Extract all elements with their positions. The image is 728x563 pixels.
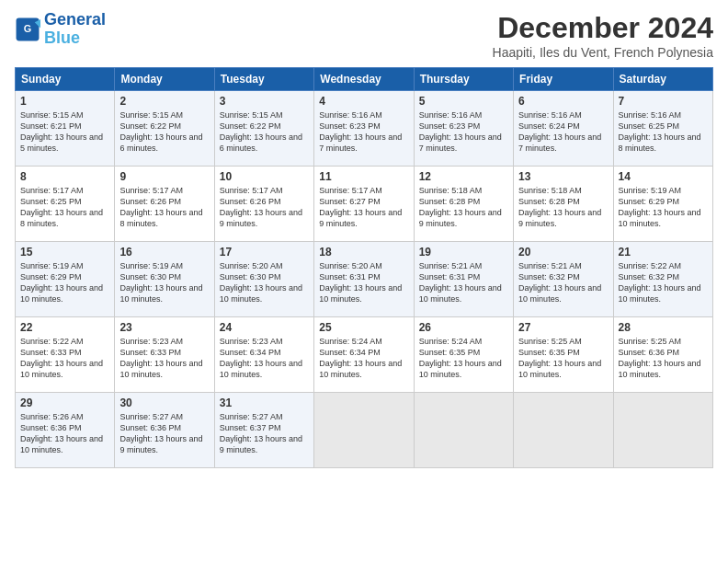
table-row: 18 Sunrise: 5:20 AMSunset: 6:31 PMDaylig…: [314, 242, 414, 317]
empty-cell: [613, 393, 712, 468]
calendar-week: 29 Sunrise: 5:26 AMSunset: 6:36 PMDaylig…: [16, 393, 713, 468]
header-thursday: Thursday: [414, 68, 513, 91]
table-row: 27 Sunrise: 5:25 AMSunset: 6:35 PMDaylig…: [514, 317, 613, 393]
header-sunday: Sunday: [16, 68, 115, 91]
table-row: 29 Sunrise: 5:26 AMSunset: 6:36 PMDaylig…: [16, 393, 115, 468]
logo-text: General Blue: [44, 11, 106, 48]
header-tuesday: Tuesday: [214, 68, 313, 91]
header-friday: Friday: [514, 68, 613, 91]
calendar-table: Sunday Monday Tuesday Wednesday Thursday…: [15, 67, 713, 468]
calendar-week: 15 Sunrise: 5:19 AMSunset: 6:29 PMDaylig…: [16, 242, 713, 317]
location: Haapiti, Iles du Vent, French Polynesia: [493, 45, 713, 60]
calendar-week: 1 Sunrise: 5:15 AMSunset: 6:21 PMDayligh…: [16, 91, 713, 167]
table-row: 21 Sunrise: 5:22 AMSunset: 6:32 PMDaylig…: [613, 242, 712, 317]
table-row: 16 Sunrise: 5:19 AMSunset: 6:30 PMDaylig…: [115, 242, 214, 317]
table-row: 24 Sunrise: 5:23 AMSunset: 6:34 PMDaylig…: [214, 317, 313, 393]
table-row: 25 Sunrise: 5:24 AMSunset: 6:34 PMDaylig…: [314, 317, 414, 393]
table-row: 8 Sunrise: 5:17 AMSunset: 6:25 PMDayligh…: [16, 167, 115, 242]
table-row: 14 Sunrise: 5:19 AMSunset: 6:29 PMDaylig…: [613, 167, 712, 242]
empty-cell: [314, 393, 414, 468]
table-row: 11 Sunrise: 5:17 AMSunset: 6:27 PMDaylig…: [314, 167, 414, 242]
table-row: 10 Sunrise: 5:17 AMSunset: 6:26 PMDaylig…: [214, 167, 313, 242]
empty-cell: [514, 393, 613, 468]
calendar-week: 8 Sunrise: 5:17 AMSunset: 6:25 PMDayligh…: [16, 167, 713, 242]
logo-icon: G: [15, 17, 40, 42]
svg-text:G: G: [24, 23, 31, 34]
table-row: 1 Sunrise: 5:15 AMSunset: 6:21 PMDayligh…: [16, 91, 115, 167]
title-section: December 2024 Haapiti, Iles du Vent, Fre…: [493, 11, 713, 60]
table-row: 15 Sunrise: 5:19 AMSunset: 6:29 PMDaylig…: [16, 242, 115, 317]
table-row: 12 Sunrise: 5:18 AMSunset: 6:28 PMDaylig…: [414, 167, 513, 242]
table-row: 2 Sunrise: 5:15 AMSunset: 6:22 PMDayligh…: [115, 91, 214, 167]
logo: G General Blue: [15, 11, 106, 48]
table-row: 31 Sunrise: 5:27 AMSunset: 6:37 PMDaylig…: [214, 393, 313, 468]
calendar-page: G General Blue December 2024 Haapiti, Il…: [0, 0, 728, 563]
table-row: 30 Sunrise: 5:27 AMSunset: 6:36 PMDaylig…: [115, 393, 214, 468]
header-wednesday: Wednesday: [314, 68, 414, 91]
table-row: 13 Sunrise: 5:18 AMSunset: 6:28 PMDaylig…: [514, 167, 613, 242]
header: G General Blue December 2024 Haapiti, Il…: [15, 11, 713, 60]
header-monday: Monday: [115, 68, 214, 91]
table-row: 6 Sunrise: 5:16 AMSunset: 6:24 PMDayligh…: [514, 91, 613, 167]
header-saturday: Saturday: [613, 68, 712, 91]
calendar-week: 22 Sunrise: 5:22 AMSunset: 6:33 PMDaylig…: [16, 317, 713, 393]
logo-general: General: [44, 10, 106, 29]
table-row: 5 Sunrise: 5:16 AMSunset: 6:23 PMDayligh…: [414, 91, 513, 167]
empty-cell: [414, 393, 513, 468]
table-row: 4 Sunrise: 5:16 AMSunset: 6:23 PMDayligh…: [314, 91, 414, 167]
table-row: 17 Sunrise: 5:20 AMSunset: 6:30 PMDaylig…: [214, 242, 313, 317]
table-row: 19 Sunrise: 5:21 AMSunset: 6:31 PMDaylig…: [414, 242, 513, 317]
table-row: 9 Sunrise: 5:17 AMSunset: 6:26 PMDayligh…: [115, 167, 214, 242]
table-row: 7 Sunrise: 5:16 AMSunset: 6:25 PMDayligh…: [613, 91, 712, 167]
table-row: 22 Sunrise: 5:22 AMSunset: 6:33 PMDaylig…: [16, 317, 115, 393]
logo-blue: Blue: [44, 29, 80, 47]
table-row: 23 Sunrise: 5:23 AMSunset: 6:33 PMDaylig…: [115, 317, 214, 393]
table-row: 20 Sunrise: 5:21 AMSunset: 6:32 PMDaylig…: [514, 242, 613, 317]
table-row: 28 Sunrise: 5:25 AMSunset: 6:36 PMDaylig…: [613, 317, 712, 393]
table-row: 26 Sunrise: 5:24 AMSunset: 6:35 PMDaylig…: [414, 317, 513, 393]
table-row: 3 Sunrise: 5:15 AMSunset: 6:22 PMDayligh…: [214, 91, 313, 167]
calendar-header-row: Sunday Monday Tuesday Wednesday Thursday…: [16, 68, 713, 91]
month-title: December 2024: [493, 11, 713, 45]
